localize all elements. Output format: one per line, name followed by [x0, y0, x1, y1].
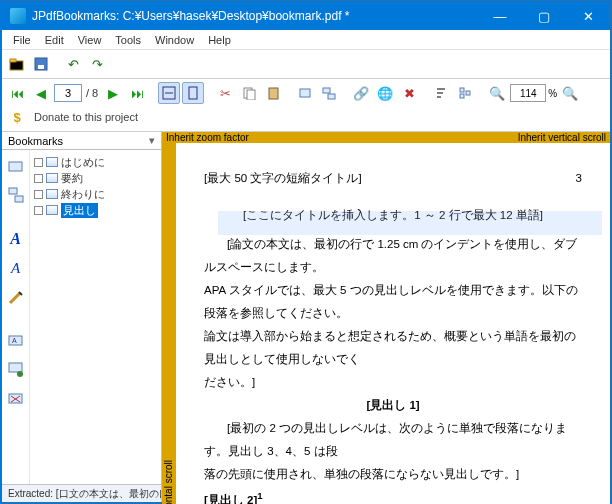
next-page-icon[interactable]: ▶: [102, 82, 124, 104]
menu-tools[interactable]: Tools: [108, 32, 148, 48]
cut-icon[interactable]: ✂: [214, 82, 236, 104]
svg-rect-12: [328, 94, 335, 99]
page-number-input[interactable]: [54, 84, 82, 102]
menu-window[interactable]: Window: [148, 32, 201, 48]
add-child-icon[interactable]: [318, 82, 340, 104]
open-icon[interactable]: [6, 53, 28, 75]
svg-rect-21: [9, 363, 22, 372]
bookmark-icon: [46, 205, 58, 215]
svg-rect-13: [460, 88, 464, 92]
svg-rect-15: [466, 91, 470, 95]
inherit-hscroll-strip[interactable]: Inherit horizontal scroll: [162, 143, 176, 504]
doc-running-head: [最大 50 文字の短縮タイトル]: [204, 167, 362, 190]
tree-label: はじめに: [61, 155, 105, 170]
svg-point-22: [17, 371, 23, 377]
last-page-icon[interactable]: ⏭: [126, 82, 148, 104]
tree-label: 要約: [61, 171, 83, 186]
add-bookmark-icon[interactable]: [294, 82, 316, 104]
doc-heading-2: [見出し 2]: [204, 494, 257, 504]
doc-line: [最初の 2 つの見出しレベルは、次のように単独で段落になります。見出し 3、4…: [204, 417, 582, 463]
doc-heading-2-sup: 1: [257, 490, 262, 501]
side-bold-icon[interactable]: A: [6, 229, 26, 249]
svg-rect-8: [247, 90, 255, 100]
menu-view[interactable]: View: [71, 32, 109, 48]
web-icon[interactable]: 🌐: [374, 82, 396, 104]
selection-handle[interactable]: [600, 239, 608, 247]
sidebar-tab-bookmarks[interactable]: Bookmarks: [8, 135, 63, 147]
svg-rect-3: [38, 65, 44, 69]
doc-line: APA スタイルでは、最大 5 つの見出しレベルを使用できます。以下の段落を参照…: [204, 279, 582, 325]
side-applydest-icon[interactable]: [6, 360, 26, 380]
tree-toggle-icon[interactable]: [34, 206, 43, 215]
svg-text:A: A: [12, 337, 17, 344]
doc-heading-1: [見出し 1]: [204, 394, 582, 417]
tree-item[interactable]: はじめに: [32, 154, 159, 170]
doc-page-number: 3: [576, 167, 582, 190]
svg-rect-1: [10, 59, 16, 62]
zoom-out-icon[interactable]: 🔍: [486, 82, 508, 104]
side-addchild-icon[interactable]: [6, 185, 26, 205]
maximize-button[interactable]: ▢: [522, 2, 566, 30]
tree-label: 見出し: [61, 203, 98, 218]
zoom-in-icon[interactable]: 🔍: [559, 82, 581, 104]
minimize-button[interactable]: —: [478, 2, 522, 30]
undo-icon[interactable]: ↶: [62, 53, 84, 75]
tree-item-selected[interactable]: 見出し: [32, 202, 159, 218]
svg-rect-16: [9, 162, 22, 171]
inherit-zoom-label[interactable]: Inherit zoom factor: [162, 132, 253, 143]
donate-link[interactable]: Donate to this project: [34, 111, 138, 123]
sidebar: Bookmarks ▾ A A A はじめに 要: [2, 132, 162, 484]
redo-icon[interactable]: ↷: [86, 53, 108, 75]
sort-icon[interactable]: [430, 82, 452, 104]
paste-icon[interactable]: [262, 82, 284, 104]
svg-rect-18: [15, 196, 23, 202]
title-bar: JPdfBookmarks: C:¥Users¥hasek¥Desktop¥bo…: [2, 2, 610, 30]
inherit-vscroll-label[interactable]: Inherit vertical scroll: [514, 132, 610, 143]
svg-rect-10: [300, 89, 310, 97]
menu-file[interactable]: File: [6, 32, 38, 48]
bookmark-tree[interactable]: はじめに 要約 終わりに 見出し: [30, 150, 161, 484]
side-add-icon[interactable]: [6, 156, 26, 176]
side-clear-icon[interactable]: [6, 389, 26, 409]
bookmark-icon: [46, 157, 58, 167]
selection-rectangle[interactable]: [218, 211, 602, 235]
svg-rect-6: [189, 87, 197, 99]
svg-rect-11: [323, 88, 330, 93]
zoom-input[interactable]: [510, 84, 546, 102]
close-button[interactable]: ✕: [566, 2, 610, 30]
toolbar-2: ⏮ ◀ / 8 ▶ ⏭ ✂ 🔗 🌐 ✖ 🔍 % 🔍 $ Donate to th…: [2, 79, 610, 132]
prev-page-icon[interactable]: ◀: [30, 82, 52, 104]
tree-toggle-icon[interactable]: [34, 190, 43, 199]
delete-icon[interactable]: ✖: [398, 82, 420, 104]
bookmark-icon: [46, 173, 58, 183]
side-applyall-icon[interactable]: A: [6, 331, 26, 351]
status-extracted: Extracted: [口文の本文は、最初の口で 1.25: [2, 485, 162, 502]
tree-item[interactable]: 終わりに: [32, 186, 159, 202]
dollar-icon[interactable]: $: [6, 106, 28, 128]
svg-rect-9: [269, 88, 278, 99]
save-icon[interactable]: [30, 53, 52, 75]
expand-icon[interactable]: [454, 82, 476, 104]
side-italic-icon[interactable]: A: [6, 258, 26, 278]
menu-edit[interactable]: Edit: [38, 32, 71, 48]
fit-width-icon[interactable]: [158, 82, 180, 104]
doc-line: ださい。]: [204, 371, 582, 394]
inherit-hscroll-label: Inherit horizontal scroll: [163, 460, 174, 504]
page-total: / 8: [84, 87, 100, 99]
zoom-pct: %: [548, 88, 557, 99]
tree-item[interactable]: 要約: [32, 170, 159, 186]
pdf-page[interactable]: [最大 50 文字の短縮タイトル] 3 [ここにタイトルを挿入します。1 ～ 2…: [176, 143, 610, 504]
fit-page-icon[interactable]: [182, 82, 204, 104]
app-icon: [10, 8, 26, 24]
pdf-viewer: Inherit zoom factor Inherit vertical scr…: [162, 132, 610, 484]
menu-help[interactable]: Help: [201, 32, 238, 48]
tree-label: 終わりに: [61, 187, 105, 202]
tree-toggle-icon[interactable]: [34, 174, 43, 183]
link-icon[interactable]: 🔗: [350, 82, 372, 104]
first-page-icon[interactable]: ⏮: [6, 82, 28, 104]
side-color-icon[interactable]: [6, 287, 26, 307]
sidebar-tab-dropdown-icon[interactable]: ▾: [149, 134, 155, 147]
copy-icon[interactable]: [238, 82, 260, 104]
side-toolbar: A A A: [2, 150, 30, 484]
tree-toggle-icon[interactable]: [34, 158, 43, 167]
